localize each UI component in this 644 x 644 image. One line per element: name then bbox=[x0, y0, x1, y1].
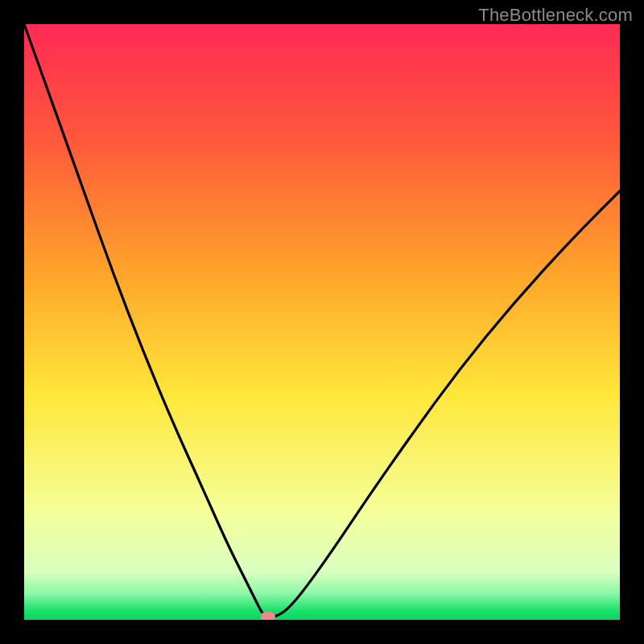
minimum-marker bbox=[261, 612, 275, 620]
bottleneck-curve bbox=[24, 24, 620, 620]
watermark-text: TheBottleneck.com bbox=[478, 5, 633, 26]
plot-area bbox=[24, 24, 620, 620]
chart-frame: TheBottleneck.com bbox=[0, 0, 644, 644]
